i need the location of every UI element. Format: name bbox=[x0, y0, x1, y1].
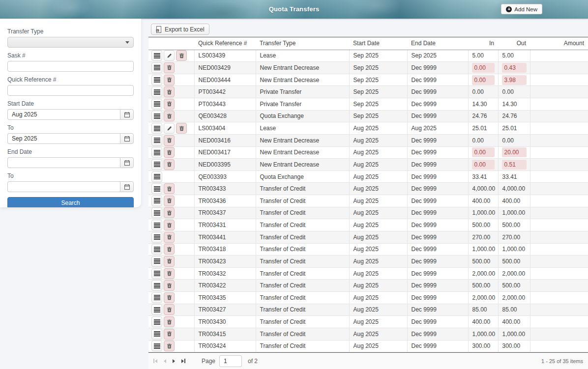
details-button[interactable] bbox=[151, 341, 162, 351]
seek-last-icon bbox=[181, 359, 184, 363]
details-button[interactable] bbox=[151, 86, 162, 97]
details-button[interactable] bbox=[151, 196, 162, 206]
details-button[interactable] bbox=[151, 147, 162, 158]
quota-transfers-grid: Quick Reference # Transfer Type Start Da… bbox=[148, 37, 588, 352]
amount-cell bbox=[530, 231, 588, 243]
delete-button[interactable] bbox=[164, 86, 175, 97]
quick-reference-cell: NED003429 bbox=[194, 62, 256, 74]
details-button[interactable] bbox=[151, 75, 162, 85]
row-actions-cell bbox=[148, 170, 194, 183]
start-date-from-calendar-button[interactable] bbox=[120, 109, 134, 120]
details-button[interactable] bbox=[151, 123, 162, 134]
delete-button[interactable] bbox=[164, 304, 175, 315]
details-button[interactable] bbox=[151, 316, 162, 327]
start-date-from-input[interactable] bbox=[7, 109, 120, 120]
delete-button[interactable] bbox=[164, 329, 175, 340]
details-button[interactable] bbox=[151, 304, 162, 315]
details-button[interactable] bbox=[151, 159, 162, 170]
transfer-type-dropdown[interactable] bbox=[7, 37, 134, 48]
pencil-icon bbox=[167, 53, 172, 58]
delete-button[interactable] bbox=[164, 280, 175, 291]
details-button[interactable] bbox=[151, 280, 162, 291]
column-header-quick-reference[interactable]: Quick Reference # bbox=[194, 37, 256, 50]
pager-prev-button[interactable] bbox=[163, 358, 167, 364]
delete-button[interactable] bbox=[164, 256, 175, 267]
delete-button[interactable] bbox=[164, 75, 175, 85]
details-button[interactable] bbox=[151, 171, 162, 182]
in-cell: 2,000.00 bbox=[468, 292, 498, 304]
end-date-cell: Dec 9999 bbox=[407, 304, 468, 316]
out-cell: 0.00 bbox=[498, 134, 530, 146]
row-actions-cell bbox=[148, 316, 194, 328]
edit-button[interactable] bbox=[164, 123, 175, 134]
pager-last-button[interactable] bbox=[180, 358, 186, 364]
column-header-out[interactable]: Out bbox=[498, 37, 530, 50]
out-cell: 0.00 bbox=[498, 86, 530, 98]
end-date-to-calendar-button[interactable] bbox=[120, 181, 134, 192]
delete-button[interactable] bbox=[164, 292, 175, 303]
delete-button[interactable] bbox=[164, 244, 175, 255]
delete-button[interactable] bbox=[164, 62, 175, 73]
start-date-to-input[interactable] bbox=[7, 133, 120, 144]
transfer-type-cell: Transfer of Credit bbox=[256, 219, 349, 231]
seek-first-icon bbox=[153, 359, 154, 363]
delete-button[interactable] bbox=[164, 341, 175, 351]
transfer-type-cell: New Entrant Decrease bbox=[256, 134, 349, 146]
add-new-button[interactable]: + Add New bbox=[501, 4, 542, 14]
export-to-excel-button[interactable]: x Export to Excel bbox=[151, 24, 209, 35]
start-date-cell: Aug 2025 bbox=[349, 183, 407, 195]
start-date-to-calendar-button[interactable] bbox=[120, 133, 134, 144]
edit-button[interactable] bbox=[164, 50, 175, 61]
delete-button[interactable] bbox=[176, 50, 187, 61]
details-button[interactable] bbox=[151, 220, 162, 230]
delete-button[interactable] bbox=[164, 207, 175, 218]
pager-next-button[interactable] bbox=[172, 358, 176, 364]
details-button[interactable] bbox=[151, 244, 162, 255]
delete-button[interactable] bbox=[164, 196, 175, 206]
start-date-from-group bbox=[7, 109, 134, 120]
delete-button[interactable] bbox=[164, 316, 175, 327]
sask-input[interactable] bbox=[7, 61, 134, 72]
details-button[interactable] bbox=[151, 268, 162, 279]
delete-button[interactable] bbox=[164, 111, 175, 121]
delete-button[interactable] bbox=[164, 99, 175, 110]
details-button[interactable] bbox=[151, 62, 162, 73]
amount-cell bbox=[530, 243, 588, 255]
start-date-cell: Sep 2025 bbox=[349, 74, 407, 86]
delete-button[interactable] bbox=[164, 268, 175, 279]
details-button[interactable] bbox=[151, 135, 162, 146]
column-header-start-date[interactable]: Start Date bbox=[349, 37, 407, 50]
column-header-amount[interactable]: Amount bbox=[530, 37, 588, 50]
details-button[interactable] bbox=[151, 99, 162, 110]
pager-first-button[interactable] bbox=[152, 358, 158, 364]
page-number-input[interactable] bbox=[219, 355, 242, 367]
details-button[interactable] bbox=[151, 111, 162, 121]
quick-reference-input[interactable] bbox=[7, 85, 134, 96]
transfer-type-label: Transfer Type bbox=[7, 28, 134, 35]
details-button[interactable] bbox=[151, 50, 162, 61]
details-button[interactable] bbox=[151, 183, 162, 194]
column-header-end-date[interactable]: End Date bbox=[407, 37, 468, 50]
end-date-to-input[interactable] bbox=[7, 181, 120, 192]
list-icon bbox=[154, 247, 160, 252]
details-button[interactable] bbox=[151, 207, 162, 218]
start-date-to-group bbox=[7, 133, 134, 144]
delete-button[interactable] bbox=[164, 220, 175, 230]
pager: Page of 2 1 - 25 of 35 items bbox=[148, 352, 588, 369]
details-button[interactable] bbox=[151, 329, 162, 340]
details-button[interactable] bbox=[151, 256, 162, 267]
end-date-from-calendar-button[interactable] bbox=[120, 157, 134, 168]
details-button[interactable] bbox=[151, 292, 162, 303]
column-header-in[interactable]: In bbox=[468, 37, 498, 50]
details-button[interactable] bbox=[151, 232, 162, 243]
column-header-transfer-type[interactable]: Transfer Type bbox=[256, 37, 349, 50]
delete-button[interactable] bbox=[164, 183, 175, 194]
delete-button[interactable] bbox=[164, 135, 175, 146]
table-row: TR003436Transfer of CreditAug 2025Dec 99… bbox=[148, 195, 588, 207]
end-date-from-input[interactable] bbox=[7, 157, 120, 168]
search-button[interactable]: Search bbox=[7, 197, 134, 207]
delete-button[interactable] bbox=[164, 147, 175, 158]
delete-button[interactable] bbox=[176, 123, 187, 134]
delete-button[interactable] bbox=[164, 232, 175, 243]
delete-button[interactable] bbox=[164, 159, 175, 170]
